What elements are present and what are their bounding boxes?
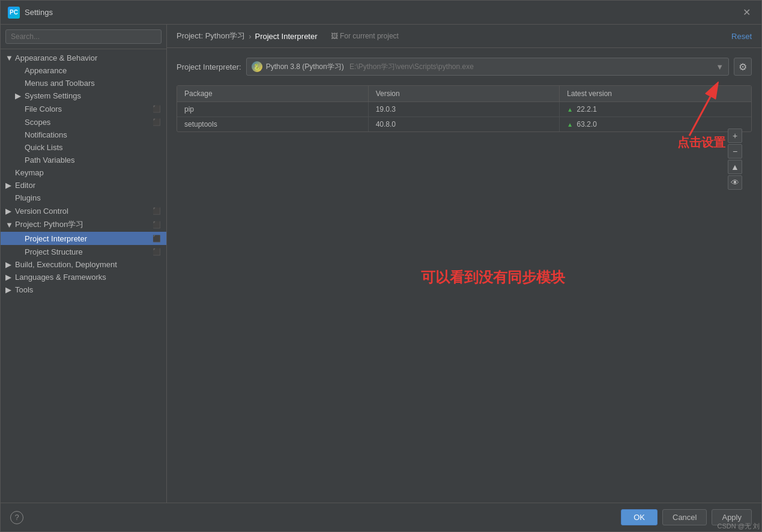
for-current-project: 🖼 For current project bbox=[331, 32, 399, 40]
sidebar-item-project-structure[interactable]: Project Structure ⬛ bbox=[1, 245, 166, 258]
structure-icon: ⬛ bbox=[152, 247, 162, 256]
sidebar-item-keymap[interactable]: Keymap bbox=[1, 166, 166, 179]
package-table: Package Version Latest version pip 19.0.… bbox=[177, 85, 752, 132]
help-button[interactable]: ? bbox=[10, 511, 23, 524]
col-latest: Latest version bbox=[560, 86, 751, 101]
sidebar-item-label: Tools bbox=[15, 285, 162, 294]
breadcrumb: Project: Python学习 › Project Interpreter … bbox=[177, 31, 722, 41]
sidebar-item-editor[interactable]: ▶ Editor bbox=[1, 179, 166, 192]
cell-version: 19.0.3 bbox=[369, 102, 560, 116]
interpreter-row: Project Interpreter: 🐍 Python 3.8 (Pytho… bbox=[177, 58, 752, 76]
search-bar bbox=[1, 25, 166, 49]
annotation-text: 点击设置 bbox=[677, 135, 725, 151]
ok-button[interactable]: OK bbox=[621, 509, 658, 525]
sidebar-item-label: Plugins bbox=[15, 193, 162, 202]
sidebar-item-languages-frameworks[interactable]: ▶ Languages & Frameworks bbox=[1, 271, 166, 283]
interpreter-name: Python 3.8 (Python学习) E:\Python学习\venv\S… bbox=[266, 62, 711, 72]
table-row: pip 19.0.3 ▲ 22.2.1 bbox=[177, 102, 751, 117]
expand-arrow: ▼ bbox=[5, 220, 15, 229]
sidebar-item-appearance-behavior[interactable]: ▼ Appearance & Behavior bbox=[1, 52, 166, 64]
interpreter-icon: ⬛ bbox=[152, 234, 162, 243]
expand-arrow: ▶ bbox=[5, 207, 15, 216]
sidebar-item-label: Notifications bbox=[25, 130, 162, 139]
sidebar-item-appearance[interactable]: Appearance bbox=[1, 64, 166, 77]
sidebar-item-label: Project Interpreter bbox=[25, 234, 150, 243]
sidebar-item-plugins[interactable]: Plugins bbox=[1, 192, 166, 204]
cell-latest: ▲ 63.2.0 bbox=[560, 117, 751, 131]
cell-version: 40.8.0 bbox=[369, 117, 560, 131]
title-bar: PC Settings ✕ bbox=[1, 1, 761, 25]
latest-version-value: 63.2.0 bbox=[577, 120, 597, 128]
sidebar-item-label: Version Control bbox=[15, 207, 150, 216]
project-icon: ⬛ bbox=[152, 220, 162, 229]
bottom-bar: ? OK Cancel Apply bbox=[1, 503, 761, 531]
remove-package-button[interactable]: − bbox=[728, 144, 742, 159]
dialog-title: Settings bbox=[25, 8, 53, 17]
content-header: Project: Python学习 › Project Interpreter … bbox=[167, 25, 761, 48]
upgrade-icon: ▲ bbox=[567, 106, 573, 113]
cell-latest: ▲ 22.2.1 bbox=[560, 102, 751, 116]
dialog-body: ▼ Appearance & Behavior Appearance Menus… bbox=[1, 25, 761, 503]
interpreter-label: Project Interpreter: bbox=[177, 62, 241, 71]
table-header: Package Version Latest version bbox=[177, 86, 751, 102]
sidebar-item-label: Languages & Frameworks bbox=[15, 273, 162, 282]
file-icon: ⬛ bbox=[152, 104, 162, 113]
close-button[interactable]: ✕ bbox=[739, 5, 754, 19]
interpreter-dropdown[interactable]: 🐍 Python 3.8 (Python学习) E:\Python学习\venv… bbox=[246, 58, 729, 76]
sidebar-item-label: File Colors bbox=[25, 104, 150, 113]
cell-package: pip bbox=[177, 102, 369, 116]
content-area: Project Interpreter: 🐍 Python 3.8 (Pytho… bbox=[167, 48, 761, 503]
main-content: Project: Python学习 › Project Interpreter … bbox=[167, 25, 761, 503]
python-icon: 🐍 bbox=[252, 61, 262, 72]
chevron-down-icon: ▼ bbox=[716, 62, 724, 71]
sidebar-tree: ▼ Appearance & Behavior Appearance Menus… bbox=[1, 49, 166, 503]
breadcrumb-current: Project Interpreter bbox=[255, 32, 318, 41]
upgrade-package-button[interactable]: ▲ bbox=[728, 160, 742, 174]
sidebar-item-label: Project Structure bbox=[25, 247, 150, 256]
gear-button[interactable]: ⚙ bbox=[734, 58, 752, 76]
view-package-button[interactable]: 👁 bbox=[728, 175, 742, 190]
expand-arrow: ▶ bbox=[5, 285, 15, 294]
sidebar-item-label: Project: Python学习 bbox=[15, 219, 150, 230]
table-row: setuptools 40.8.0 ▲ 63.2.0 bbox=[177, 117, 751, 131]
sidebar-item-scopes[interactable]: Scopes ⬛ bbox=[1, 115, 166, 128]
expand-arrow: ▶ bbox=[5, 260, 15, 269]
search-input[interactable] bbox=[5, 29, 162, 44]
sidebar-item-label: Appearance & Behavior bbox=[15, 53, 162, 62]
sidebar-item-notifications[interactable]: Notifications bbox=[1, 128, 166, 141]
sidebar-item-label: Build, Execution, Deployment bbox=[15, 260, 162, 269]
scope-icon: ⬛ bbox=[152, 117, 162, 127]
sidebar-item-quick-lists[interactable]: Quick Lists bbox=[1, 141, 166, 154]
sidebar-item-project-python[interactable]: ▼ Project: Python学习 ⬛ bbox=[1, 217, 166, 232]
cancel-button[interactable]: Cancel bbox=[662, 509, 707, 525]
sidebar-item-project-interpreter[interactable]: Project Interpreter ⬛ bbox=[1, 232, 166, 245]
expand-arrow: ▼ bbox=[5, 53, 15, 62]
breadcrumb-project: Project: Python学习 bbox=[177, 31, 245, 41]
bottom-left: ? bbox=[10, 511, 23, 524]
upgrade-icon: ▲ bbox=[567, 121, 573, 128]
col-package: Package bbox=[177, 86, 369, 101]
sidebar-item-version-control[interactable]: ▶ Version Control ⬛ bbox=[1, 204, 166, 217]
latest-version-value: 22.2.1 bbox=[577, 105, 597, 113]
sidebar-item-file-colors[interactable]: File Colors ⬛ bbox=[1, 102, 166, 115]
sidebar-item-label: System Settings bbox=[25, 91, 162, 100]
sidebar-item-label: Path Variables bbox=[25, 156, 162, 165]
sidebar-item-label: Scopes bbox=[25, 118, 150, 127]
sidebar-item-path-variables[interactable]: Path Variables bbox=[1, 154, 166, 166]
sidebar-item-system-settings[interactable]: ▶ System Settings bbox=[1, 89, 166, 102]
cell-package: setuptools bbox=[177, 117, 369, 131]
sidebar-item-menus-toolbars[interactable]: Menus and Toolbars bbox=[1, 77, 166, 89]
watermark: CSDN @无 刘 bbox=[715, 521, 762, 532]
breadcrumb-separator: › bbox=[249, 32, 251, 41]
sidebar-item-label: Quick Lists bbox=[25, 143, 162, 152]
sidebar: ▼ Appearance & Behavior Appearance Menus… bbox=[1, 25, 167, 503]
table-actions: + − ▲ 👁 bbox=[728, 128, 742, 190]
reset-button[interactable]: Reset bbox=[731, 32, 752, 41]
add-package-button[interactable]: + bbox=[728, 128, 742, 143]
center-annotation: 可以看到没有同步模块 bbox=[421, 268, 565, 287]
sidebar-item-build-execution[interactable]: ▶ Build, Execution, Deployment bbox=[1, 258, 166, 271]
sidebar-item-tools[interactable]: ▶ Tools bbox=[1, 283, 166, 296]
expand-arrow: ▶ bbox=[5, 273, 15, 282]
app-logo: PC bbox=[8, 7, 20, 19]
sidebar-item-label: Keymap bbox=[15, 168, 162, 177]
